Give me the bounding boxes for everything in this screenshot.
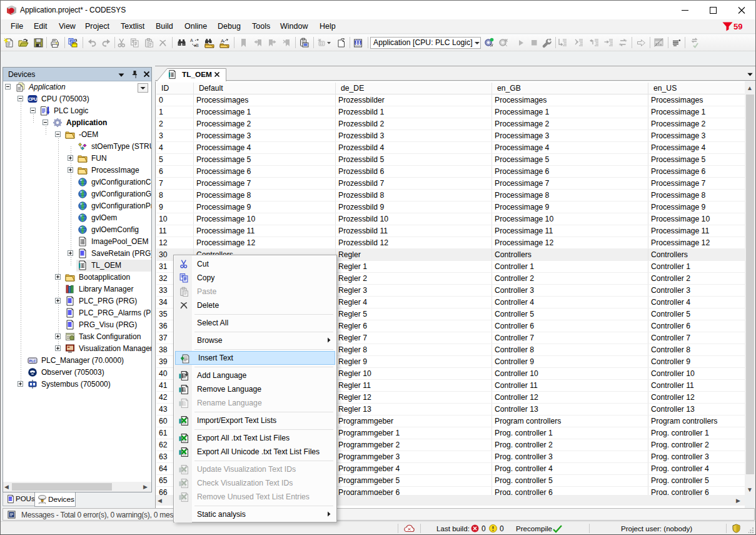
svg-text:PLC: PLC bbox=[29, 359, 36, 363]
svg-text:B: B bbox=[196, 43, 199, 48]
svg-text:CPU: CPU bbox=[28, 96, 37, 102]
svg-text:A: A bbox=[221, 38, 224, 44]
svg-text:A: A bbox=[190, 38, 193, 43]
